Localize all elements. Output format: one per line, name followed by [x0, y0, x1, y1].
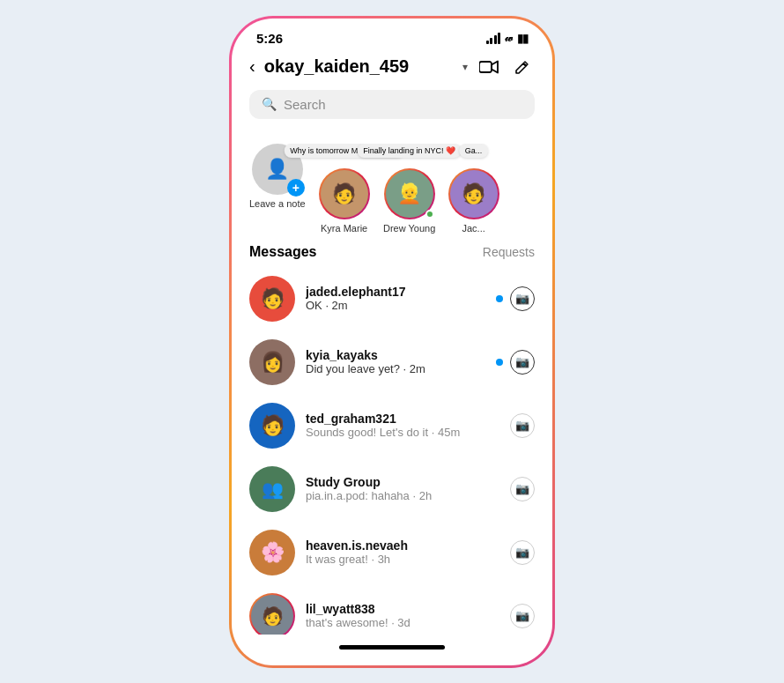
message-item-heaven-nevaeh[interactable]: 🌸 heaven.is.nevaeh It was great! · 3h 📷 [232, 521, 552, 584]
header: ‹ okay_kaiden_459 ▾ [232, 51, 552, 86]
message-preview-jaded-elephant17: OK · 2m [306, 299, 485, 312]
signal-icon [486, 33, 501, 44]
story-label-jac: Jac... [462, 223, 484, 234]
requests-link[interactable]: Requests [483, 245, 535, 259]
camera-button-lil-wyatt838[interactable]: 📷 [510, 604, 535, 628]
message-preview-study-group: pia.in.a.pod: hahaha · 2h [306, 489, 499, 502]
avatar-study-group: 👥 [249, 466, 295, 512]
story-label-kyra: Kyra Marie [321, 223, 367, 234]
messages-header: Messages Requests [232, 241, 552, 267]
camera-button-heaven-nevaeh[interactable]: 📷 [510, 540, 535, 565]
unread-indicator-kyia-kayaks [496, 359, 503, 366]
message-username-ted-graham321: ted_graham321 [306, 412, 499, 426]
message-actions-heaven-nevaeh: 📷 [510, 540, 535, 565]
message-actions-study-group: 📷 [510, 477, 535, 501]
status-icons: 𝓌 ▮▮ [486, 31, 529, 45]
message-username-study-group: Study Group [306, 475, 499, 489]
story-label-add-note: Leave a note [249, 198, 306, 209]
username-label: okay_kaiden_459 [264, 56, 452, 77]
video-call-button[interactable] [477, 55, 501, 79]
story-note-drew: Finally landing in NYC! ❤️ [357, 144, 462, 158]
message-username-kyia-kayaks: kyia_kayaks [306, 348, 485, 362]
message-username-jaded-elephant17: jaded.elephant17 [306, 285, 485, 299]
battery-icon: ▮▮ [517, 32, 528, 45]
story-note-jac: Ga... [459, 144, 489, 158]
compose-button[interactable] [510, 55, 535, 79]
avatar-heaven-nevaeh: 🌸 [249, 530, 295, 575]
online-indicator-drew [425, 210, 434, 219]
message-username-lil-wyatt838: lil_wyatt838 [306, 602, 499, 616]
message-actions-kyia-kayaks: 📷 [496, 350, 535, 375]
unread-indicator-jaded-elephant17 [496, 295, 503, 302]
message-content-ted-graham321: ted_graham321 Sounds good! Let's do it ·… [306, 412, 499, 439]
message-preview-ted-graham321: Sounds good! Let's do it · 45m [306, 426, 499, 439]
message-item-jaded-elephant17[interactable]: 🧑 jaded.elephant17 OK · 2m 📷 [232, 267, 552, 330]
dropdown-icon[interactable]: ▾ [462, 61, 468, 73]
message-actions-lil-wyatt838: 📷 [510, 604, 535, 628]
message-actions-jaded-elephant17: 📷 [496, 286, 535, 311]
svg-rect-0 [479, 62, 492, 72]
message-item-kyia-kayaks[interactable]: 👩 kyia_kayaks Did you leave yet? · 2m 📷 [232, 330, 552, 394]
message-content-study-group: Study Group pia.in.a.pod: hahaha · 2h [306, 475, 499, 502]
back-button[interactable]: ‹ [249, 56, 255, 77]
message-content-kyia-kayaks: kyia_kayaks Did you leave yet? · 2m [306, 348, 485, 375]
wifi-icon: 𝓌 [505, 31, 513, 45]
message-username-heaven-nevaeh: heaven.is.nevaeh [306, 538, 499, 553]
message-content-jaded-elephant17: jaded.elephant17 OK · 2m [306, 285, 485, 312]
message-item-lil-wyatt838[interactable]: 🧑 lil_wyatt838 that's awesome! · 3d 📷 [232, 584, 552, 635]
message-preview-kyia-kayaks: Did you leave yet? · 2m [306, 362, 485, 375]
camera-button-study-group[interactable]: 📷 [510, 477, 535, 501]
search-bar[interactable]: 🔍 Search [249, 90, 535, 119]
home-indicator-area [232, 635, 552, 665]
message-content-heaven-nevaeh: heaven.is.nevaeh It was great! · 3h [306, 538, 499, 566]
search-icon: 🔍 [262, 97, 277, 111]
camera-button-kyia-kayaks[interactable]: 📷 [510, 350, 535, 375]
avatar-ted-graham321: 🧑 [249, 403, 295, 449]
message-list: 🧑 jaded.elephant17 OK · 2m 📷 👩 kyia_kaya… [232, 267, 552, 635]
messages-title: Messages [249, 244, 317, 260]
home-indicator [339, 645, 445, 650]
message-preview-heaven-nevaeh: It was great! · 3h [306, 553, 499, 566]
story-label-drew: Drew Young [383, 223, 435, 234]
message-actions-ted-graham321: 📷 [510, 413, 535, 438]
status-time: 5:26 [256, 31, 283, 46]
avatar-jaded-elephant17: 🧑 [249, 276, 295, 322]
message-content-lil-wyatt838: lil_wyatt838 that's awesome! · 3d [306, 602, 499, 629]
message-item-study-group[interactable]: 👥 Study Group pia.in.a.pod: hahaha · 2h … [232, 457, 552, 521]
add-note-btn[interactable]: + [287, 179, 305, 197]
camera-button-ted-graham321[interactable]: 📷 [510, 413, 535, 438]
message-item-ted-graham321[interactable]: 🧑 ted_graham321 Sounds good! Let's do it… [232, 394, 552, 457]
avatar-lil-wyatt838: 🧑 [249, 593, 295, 635]
status-bar: 5:26 𝓌 ▮▮ [232, 19, 552, 51]
story-item-drew-young[interactable]: Finally landing in NYC! ❤️ 👱 Drew Young [383, 144, 436, 234]
avatar-kyia-kayaks: 👩 [249, 339, 295, 385]
search-input[interactable]: Search [284, 97, 326, 112]
message-preview-lil-wyatt838: that's awesome! · 3d [306, 616, 499, 629]
stories-row: 👤 + Leave a note Why is tomorrow Monday!… [232, 130, 552, 241]
camera-button-jaded-elephant17[interactable]: 📷 [510, 286, 535, 311]
